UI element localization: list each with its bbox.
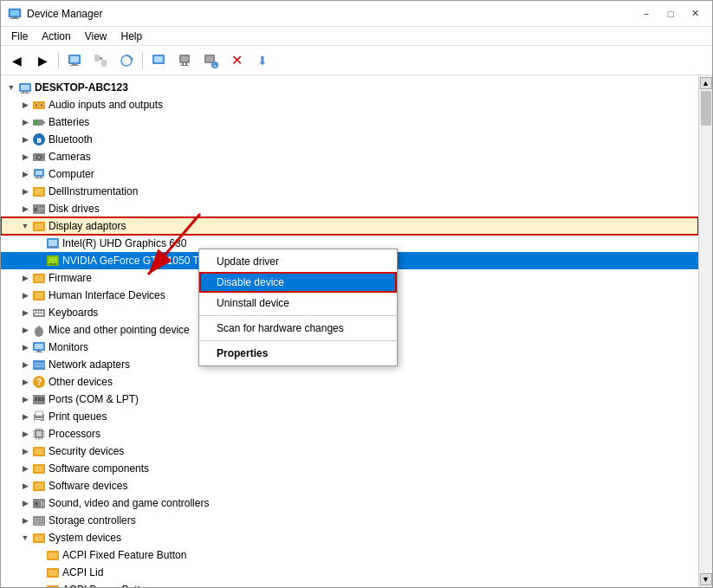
icon-mice	[32, 323, 46, 337]
menu-action[interactable]: Action	[35, 29, 77, 44]
toolbar: ◀ ▶ + ✕ ⬇	[1, 46, 712, 75]
tree-item-computer[interactable]: ▶ Computer	[1, 165, 698, 183]
icon-acpi2	[46, 565, 60, 579]
tree-item-security[interactable]: ▶ Security devices	[1, 443, 698, 460]
icon-firmware	[32, 271, 46, 285]
tree-item-acpi1[interactable]: ACPI Fixed Feature Button	[1, 546, 698, 564]
toolbar-computer[interactable]	[172, 49, 197, 72]
scrollbar[interactable]: ▲ ▼	[698, 75, 712, 587]
expander-hid: ▶	[18, 288, 32, 302]
tree-item-bluetooth[interactable]: ▶ ʙ Bluetooth	[1, 131, 698, 148]
tree-label-storage: Storage controllers	[49, 514, 136, 527]
icon-other: ?	[32, 375, 46, 389]
expander-printqueues: ▶	[18, 410, 32, 423]
tree-item-diskdrives[interactable]: ▶ Disk drives	[1, 200, 698, 217]
tree-label-keyboards: Keyboards	[49, 307, 98, 319]
expander-displayadaptors: ▼	[18, 219, 32, 233]
tree-item-other[interactable]: ▶ ? Other devices	[1, 373, 698, 391]
svg-rect-60	[50, 263, 52, 265]
toolbar-scan[interactable]	[114, 49, 139, 72]
tree-item-acpi2[interactable]: ACPI Lid	[1, 564, 698, 581]
tree-item-batteries[interactable]: ▶ Batteries	[1, 113, 698, 131]
svg-rect-5	[70, 56, 79, 62]
menu-file[interactable]: File	[4, 29, 35, 44]
tree-item-cameras[interactable]: ▶ Cameras	[1, 148, 698, 165]
device-tree[interactable]: ▼ DESKTOP-ABC123 ▶ Audio inputs and outp…	[1, 75, 698, 587]
menu-view[interactable]: View	[78, 29, 114, 44]
toolbar-download[interactable]: ⬇	[250, 49, 275, 72]
tree-label-acpi3: ACPI Power Button	[62, 584, 152, 587]
tree-item-printqueues[interactable]: ▶ Print queues	[1, 408, 698, 425]
svg-rect-22	[206, 56, 213, 61]
menu-help[interactable]: Help	[114, 29, 150, 44]
svg-rect-3	[10, 18, 19, 19]
tree-label-processors: Processors	[49, 428, 100, 440]
toolbar-sep-1	[58, 52, 59, 69]
minimize-button[interactable]: −	[636, 6, 657, 22]
toolbar-remove[interactable]: ✕	[224, 49, 249, 72]
tree-item-processors[interactable]: ▶ Processors	[1, 425, 698, 443]
svg-text:+: +	[213, 62, 217, 68]
icon-systemdevices	[32, 531, 46, 545]
tree-item-sound[interactable]: ▶ Sound, video and game controllers	[1, 494, 698, 512]
toolbar-back[interactable]: ◀	[4, 49, 29, 72]
svg-rect-65	[35, 293, 43, 299]
expander-monitors: ▶	[18, 340, 32, 354]
svg-marker-13	[130, 58, 133, 61]
context-menu-properties[interactable]: Properties	[199, 343, 397, 364]
maximize-button[interactable]: □	[660, 6, 681, 22]
expander-security: ▶	[18, 444, 32, 458]
scrollbar-thumb[interactable]	[701, 91, 711, 126]
expander-keyboards: ▶	[18, 306, 32, 320]
expander-root: ▼	[4, 81, 18, 94]
tree-label-mice: Mice and other pointing device	[49, 324, 190, 336]
toolbar-add[interactable]: +	[198, 49, 223, 72]
tree-item-displayadaptors[interactable]: ▼ Display adaptors	[1, 217, 698, 235]
context-menu-scan[interactable]: Scan for hardware changes	[199, 318, 397, 339]
icon-batteries	[32, 115, 46, 129]
tree-label-sound: Sound, video and game controllers	[49, 497, 209, 509]
svg-rect-108	[35, 449, 43, 455]
context-menu: Update driver Disable device Uninstall d…	[198, 249, 398, 366]
svg-rect-29	[21, 93, 29, 94]
tree-item-dell[interactable]: ▶ DellInstrumentation	[1, 183, 698, 200]
tree-item-ports[interactable]: ▶ Ports (COM & LPT)	[1, 391, 698, 408]
icon-acpi1	[46, 548, 60, 562]
context-menu-uninstall-device[interactable]: Uninstall device	[199, 293, 397, 313]
tree-label-diskdrives: Disk drives	[49, 203, 100, 215]
tree-label-dell: DellInstrumentation	[49, 185, 138, 197]
svg-rect-56	[50, 246, 52, 248]
tree-label-monitors: Monitors	[49, 341, 88, 353]
scrollbar-down[interactable]: ▼	[700, 573, 712, 585]
toolbar-forward[interactable]: ▶	[30, 49, 55, 72]
svg-rect-55	[49, 240, 57, 246]
svg-text:?: ?	[36, 378, 42, 387]
toolbar-update[interactable]	[88, 49, 113, 72]
toolbar-properties[interactable]	[62, 49, 87, 72]
toolbar-monitor[interactable]	[146, 49, 171, 72]
expander-computer: ▶	[18, 167, 32, 181]
close-button[interactable]: ✕	[684, 6, 705, 22]
expander-diskdrives: ▶	[18, 202, 32, 216]
svg-rect-8	[94, 55, 100, 61]
tree-item-audio[interactable]: ▶ Audio inputs and outputs	[1, 96, 698, 113]
tree-label-bluetooth: Bluetooth	[49, 133, 93, 145]
icon-nvidia	[46, 254, 60, 268]
svg-rect-15	[154, 56, 163, 62]
svg-rect-57	[54, 246, 55, 248]
context-menu-update-driver[interactable]: Update driver	[199, 251, 397, 272]
tree-item-systemdevices[interactable]: ▼ System devices	[1, 529, 698, 546]
svg-rect-68	[36, 311, 38, 313]
tree-item-root[interactable]: ▼ DESKTOP-ABC123	[1, 79, 698, 96]
tree-item-softwarecomponents[interactable]: ▶ Software components	[1, 460, 698, 477]
tree-item-storage[interactable]: ▶ Storage controllers	[1, 512, 698, 529]
tree-item-acpi3[interactable]: ACPI Power Button	[1, 581, 698, 587]
tree-item-softwaredevices[interactable]: ▶ Software devices	[1, 477, 698, 494]
tree-label-systemdevices: System devices	[49, 532, 121, 544]
scrollbar-up[interactable]: ▲	[700, 77, 712, 89]
context-menu-disable-device[interactable]: Disable device	[199, 272, 397, 293]
expander-batteries: ▶	[18, 115, 32, 129]
icon-keyboards	[32, 306, 46, 320]
svg-point-40	[38, 156, 41, 158]
title-bar-controls: − □ ✕	[636, 6, 705, 22]
